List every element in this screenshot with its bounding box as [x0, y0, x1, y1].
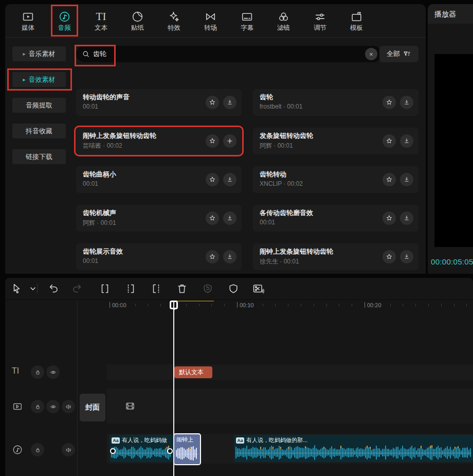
tab-text[interactable]: TI文本 [83, 4, 119, 37]
star-icon [209, 137, 216, 145]
star-icon [386, 214, 393, 222]
download-button[interactable] [400, 134, 413, 148]
lock-toggle[interactable] [31, 365, 44, 379]
lock-toggle[interactable] [31, 443, 44, 456]
favorite-button[interactable] [206, 134, 219, 148]
sidebar-item-4[interactable]: 链接下载 [12, 149, 66, 164]
favorite-button[interactable] [383, 250, 396, 263]
video-preview[interactable] [434, 54, 473, 247]
favorite-button[interactable] [206, 173, 219, 186]
ruler-tick [186, 304, 187, 306]
favorite-button[interactable] [383, 134, 396, 148]
tab-template[interactable]: 模板 [338, 4, 375, 37]
favorite-button[interactable] [383, 211, 396, 225]
download-button[interactable] [400, 96, 413, 109]
download-button[interactable] [223, 211, 236, 225]
favorite-button[interactable] [206, 96, 219, 109]
sound-card-0[interactable]: 转动齿轮的声音 00:01 [76, 89, 242, 116]
fade-out-handle[interactable] [167, 448, 173, 454]
add-icon [226, 137, 233, 145]
ruler-tick [122, 304, 123, 306]
trim-left-button[interactable] [124, 283, 137, 295]
cover-button[interactable]: 封面 [80, 394, 105, 421]
download-button[interactable] [223, 96, 236, 109]
download-button[interactable] [223, 250, 236, 263]
fade-in-handle[interactable] [110, 448, 116, 454]
sound-card-2[interactable]: 闹钟上发条旋钮转动齿轮 芸喵酱 · 00:02 [76, 128, 242, 154]
triangle-arrow-icon: ▸ [23, 77, 25, 82]
ruler-tick [326, 304, 327, 306]
undo-button[interactable] [47, 283, 60, 295]
audio-clip-speech-1[interactable]: Aa 有人说，吃妈妈做 [110, 435, 173, 462]
playhead-handle[interactable] [170, 301, 178, 309]
ruler-tick [466, 304, 467, 306]
sound-card-8[interactable]: 齿轮展示音效 00:01 [76, 243, 242, 270]
download-icon [226, 175, 233, 184]
ruler-tick [352, 304, 352, 306]
mirror-icon [227, 283, 240, 295]
tab-sticker[interactable]: 贴纸 [119, 4, 156, 37]
film-strip-icon [125, 401, 135, 411]
split-button[interactable] [99, 283, 111, 295]
ruler-tick [390, 304, 391, 306]
tab-subtitle[interactable]: 字幕 [229, 4, 265, 37]
download-button[interactable] [400, 211, 413, 225]
select-tool-button[interactable] [10, 283, 23, 295]
tab-audio[interactable]: 音频 [46, 4, 83, 37]
tab-adjust[interactable]: 调节 [302, 4, 338, 37]
sound-card-3[interactable]: 发条旋钮转动齿轮 阿辉 · 00:01 [253, 128, 419, 154]
add-to-track-button[interactable] [223, 134, 236, 148]
playhead-line[interactable] [173, 302, 174, 476]
sound-card-5[interactable]: 齿轮转动 XNCLIP · 00:02 [253, 166, 419, 193]
filter-button[interactable]: 全部 [379, 46, 419, 62]
favorite-button[interactable] [206, 211, 219, 225]
download-button[interactable] [223, 173, 236, 186]
speaker-toggle[interactable] [62, 443, 75, 456]
ruler-tick [135, 304, 136, 306]
sidebar-item-0[interactable]: ▸音乐素材 [12, 46, 66, 61]
favorite-button[interactable] [206, 250, 219, 263]
trim-left-icon [124, 283, 137, 295]
sound-card-9[interactable]: 闹钟上发条旋钮转动齿轮 徐先生 · 00:01 [253, 243, 419, 270]
sound-card-4[interactable]: 齿轮曲柄小 00:01 [76, 166, 242, 193]
eye-toggle[interactable] [46, 400, 60, 413]
tab-transition[interactable]: 转场 [192, 4, 229, 37]
ruler-tick [454, 304, 454, 306]
download-button[interactable] [400, 250, 413, 263]
sound-card-7[interactable]: 各传动齿轮磨音效 00:01 [253, 205, 419, 232]
trim-right-button[interactable] [150, 283, 162, 295]
tab-media[interactable]: 媒体 [10, 4, 46, 37]
text-clip[interactable]: 默认文本 [174, 366, 212, 378]
download-button[interactable] [400, 173, 413, 186]
timeline-ruler[interactable]: 00:0000:1000:20 [77, 301, 473, 312]
split-icon [99, 283, 111, 295]
sound-card-6[interactable]: 齿轮机械声 阿辉 · 00:01 [76, 205, 242, 232]
video-track-icon [12, 401, 23, 412]
tab-filter[interactable]: 滤镜 [265, 4, 302, 37]
ruler-tick [377, 304, 378, 306]
player-title: 播放器 [434, 10, 456, 19]
audio-clip-sfx-selected[interactable]: 闹钟上 [173, 433, 201, 465]
mirror-button[interactable] [227, 283, 240, 295]
sound-card-1[interactable]: 齿轮 frostbelt · 00:01 [253, 89, 419, 116]
sidebar-item-2[interactable]: 音频提取 [12, 98, 66, 113]
search-input[interactable]: 齿轮 [76, 46, 381, 62]
delete-button[interactable] [176, 283, 188, 295]
ruler-tick [403, 304, 403, 306]
audio-clip-speech-2[interactable]: Aa 有人说，吃妈妈做的那... [234, 435, 473, 462]
star-icon [386, 175, 393, 184]
lock-toggle[interactable] [31, 400, 44, 413]
eye-toggle[interactable] [46, 365, 60, 379]
sidebar-item-3[interactable]: 抖音收藏 [12, 124, 66, 138]
favorite-button[interactable] [383, 96, 396, 109]
favorite-button[interactable] [383, 173, 396, 186]
app-window: 媒体音频TI文本贴纸特效转场字幕滤镜调节模板 ▸音乐素材▸音效素材音频提取抖音收… [0, 0, 473, 476]
select-tool-icon [10, 283, 23, 295]
clear-search-button[interactable] [365, 48, 377, 60]
aa-caption-icon: Aa [236, 437, 244, 444]
smart-clip-button[interactable] [252, 283, 264, 295]
sidebar-item-1[interactable]: ▸音效素材 [12, 72, 66, 87]
player-timecode: 00:00:05:05 [431, 257, 473, 266]
tab-effects[interactable]: 特效 [156, 4, 192, 37]
speaker-toggle[interactable] [62, 400, 75, 413]
